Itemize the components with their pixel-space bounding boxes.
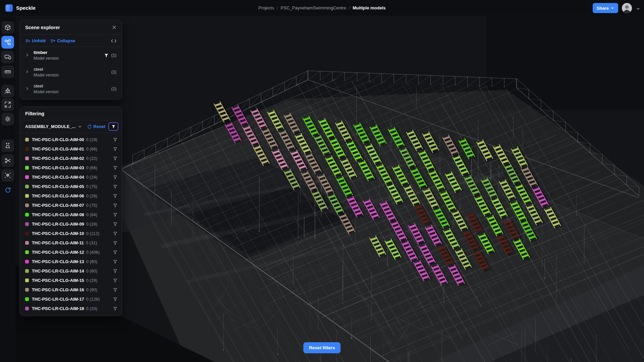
chevron-right-icon[interactable]: [25, 52, 29, 58]
color-swatch: [25, 147, 29, 151]
funnel-outline-icon[interactable]: [113, 288, 117, 292]
filter-value-count: 0 (66): [86, 165, 97, 170]
color-swatch: [25, 175, 29, 179]
funnel-outline-icon[interactable]: [113, 269, 117, 273]
funnel-outline-icon[interactable]: [113, 278, 117, 283]
funnel-outline-icon[interactable]: [113, 203, 117, 207]
models-icon: [4, 24, 11, 31]
filtering-controls: ASSEMBLY_MODULE_... Reset: [20, 120, 122, 133]
filter-value-count: 0 (29): [86, 278, 97, 283]
chevron-right-icon[interactable]: [25, 86, 29, 92]
share-button-label: Share: [597, 6, 609, 11]
funnel-outline-icon[interactable]: [113, 137, 117, 142]
funnel-outline-icon[interactable]: [113, 147, 117, 151]
filter-row-10[interactable]: THC-PSC-LR-CLG-AIM-100 (112): [20, 229, 122, 238]
filter-row-0[interactable]: THC-PSC-LR-CLG-AIM-000 (19): [20, 135, 122, 144]
filter-row-16[interactable]: THC-PSC-LR-CLG-AIM-160 (90): [20, 285, 122, 294]
scene-explorer-tool-button[interactable]: [1, 36, 14, 49]
model-count: (1): [111, 70, 116, 74]
measure-tool-button[interactable]: [1, 65, 14, 78]
model-name: steel: [34, 67, 59, 72]
filter-value-label: THC-PSC-LR-CLG-AIM-04: [32, 175, 84, 180]
exploded-cube-tool-button[interactable]: [1, 169, 14, 182]
filter-value-label: THC-PSC-LR-CLG-AIM-16: [32, 287, 84, 292]
funnel-outline-icon[interactable]: [113, 241, 117, 245]
color-swatch: [25, 138, 29, 141]
funnel-outline-icon[interactable]: [113, 194, 117, 198]
filter-row-9[interactable]: THC-PSC-LR-CLG-AIM-090 (28): [20, 219, 122, 229]
chevron-down-icon: [78, 125, 82, 129]
funnel-outline-icon[interactable]: [113, 166, 117, 170]
user-avatar[interactable]: [622, 3, 632, 13]
unfold-button[interactable]: Unfold: [25, 38, 46, 43]
sunlight-tool-button[interactable]: [1, 113, 14, 125]
filter-row-4[interactable]: THC-PSC-LR-CLG-AIM-040 (24): [20, 172, 122, 182]
filter-reset-button[interactable]: Reset: [87, 124, 105, 129]
color-swatch: [25, 222, 29, 226]
breadcrumb-separator: /: [349, 5, 350, 10]
funnel-outline-icon[interactable]: [113, 297, 117, 301]
models-tool-button[interactable]: [1, 21, 14, 34]
funnel-outline-icon[interactable]: [113, 213, 117, 217]
filtering-panel: Filtering ASSEMBLY_MODULE_... Reset THC-…: [19, 107, 122, 316]
funnel-outline-icon[interactable]: [113, 231, 117, 236]
filter-row-8[interactable]: THC-PSC-LR-CLG-AIM-080 (84): [20, 210, 122, 219]
model-row-timber-0[interactable]: timberModel version(1): [20, 47, 122, 64]
comments-tool-button[interactable]: [1, 51, 14, 63]
chevron-right-icon[interactable]: [25, 69, 29, 75]
reset-filters-button[interactable]: Reset filters: [303, 342, 340, 353]
funnel-outline-icon[interactable]: [113, 156, 117, 161]
funnel-outline-icon[interactable]: [113, 259, 117, 264]
color-swatch: [25, 194, 29, 198]
filter-property-dropdown[interactable]: ASSEMBLY_MODULE_...: [25, 124, 82, 129]
funnel-filled-icon[interactable]: [104, 53, 109, 58]
filter-row-12[interactable]: THC-PSC-LR-CLG-AIM-120 (406): [20, 247, 122, 257]
filter-row-11[interactable]: THC-PSC-LR-CLG-AIM-110 (31): [20, 238, 122, 247]
funnel-outline-icon[interactable]: [113, 250, 117, 254]
explode-icon: [4, 142, 11, 149]
filter-row-5[interactable]: THC-PSC-LR-CLG-AIM-050 (75): [20, 182, 122, 191]
filter-value-label: THC-PSC-LR-CLG-AIM-15: [32, 278, 84, 283]
unfold-icon: [25, 39, 30, 43]
avatar-image: [622, 3, 632, 13]
filter-value-count: 0 (90): [86, 287, 97, 292]
filter-row-7[interactable]: THC-PSC-LR-CLG-AIM-070 (75): [20, 200, 122, 210]
model-info: timberModel version: [34, 50, 59, 61]
fit-view-tool-button[interactable]: [1, 98, 14, 111]
filter-value-list: THC-PSC-LR-CLG-AIM-000 (19)THC-PSC-LR-CL…: [20, 133, 122, 316]
section-cut-tool-button[interactable]: [1, 154, 14, 167]
color-swatch: [25, 288, 29, 292]
color-swatch: [25, 260, 29, 263]
close-icon[interactable]: [112, 25, 116, 29]
filter-value-count: 0 (60): [86, 259, 97, 264]
breadcrumb: Projects / PSC_PaynehamSwimmingCentre / …: [258, 5, 386, 10]
funnel-outline-icon[interactable]: [113, 184, 117, 189]
filter-row-15[interactable]: THC-PSC-LR-CLG-AIM-150 (29): [20, 276, 122, 285]
funnel-outline-icon[interactable]: [113, 175, 117, 179]
filter-row-14[interactable]: THC-PSC-LR-CLG-AIM-140 (60): [20, 266, 122, 276]
explode-tool-button[interactable]: [1, 139, 14, 152]
breadcrumb-project-link[interactable]: PSC_PaynehamSwimmingCentre: [281, 5, 346, 10]
account-chevron-down-icon[interactable]: [636, 6, 640, 12]
filter-value-count: 0 (22): [86, 156, 97, 161]
model-row-steel-1[interactable]: steelModel version(1): [20, 64, 122, 80]
filter-row-13[interactable]: THC-PSC-LR-CLG-AIM-130 (60): [20, 257, 122, 266]
section-box-tool-button[interactable]: [1, 85, 14, 98]
filter-colors-toggle-button[interactable]: [108, 122, 118, 131]
filter-row-1[interactable]: THC-PSC-LR-CLG-AIM-010 (66): [20, 144, 122, 154]
top-header: Speckle Projects / PSC_PaynehamSwimmingC…: [0, 0, 644, 16]
filter-row-6[interactable]: THC-PSC-LR-CLG-AIM-060 (26): [20, 191, 122, 200]
funnel-outline-icon[interactable]: [113, 222, 117, 226]
funnel-outline-icon[interactable]: [113, 306, 117, 311]
collapse-button[interactable]: Collapse: [50, 38, 75, 43]
dev-mode-icon[interactable]: [111, 39, 116, 43]
filter-row-17[interactable]: THC-PSC-LR-CLG-AIM-170 (128): [20, 294, 122, 304]
filter-row-18[interactable]: THC-PSC-LR-CLG-AIM-180 (33): [20, 304, 122, 313]
share-button[interactable]: Share: [593, 3, 618, 13]
breadcrumb-projects-link[interactable]: Projects: [258, 5, 274, 10]
orbit-tool-button[interactable]: [1, 184, 14, 196]
speckle-logo[interactable]: Speckle: [5, 4, 36, 12]
model-row-steel-2[interactable]: steelModel version(1): [20, 80, 122, 97]
filter-row-2[interactable]: THC-PSC-LR-CLG-AIM-020 (22): [20, 154, 122, 163]
filter-row-3[interactable]: THC-PSC-LR-CLG-AIM-030 (66): [20, 163, 122, 172]
